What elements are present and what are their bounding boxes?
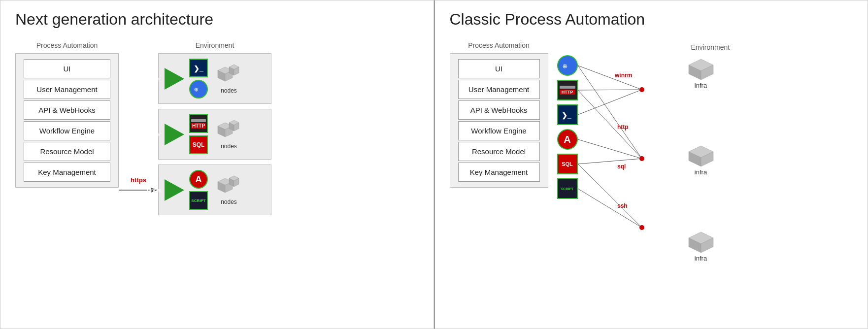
svg-point-38 — [639, 156, 644, 161]
infra1: infra — [686, 55, 716, 89]
left-env-label: Environment — [158, 41, 271, 49]
connection-lines: winrm http sql ssh — [578, 55, 686, 262]
nodes1-icon — [215, 63, 242, 85]
infra3: infra — [686, 228, 716, 262]
powershell-icon: ❯_ — [189, 59, 208, 77]
script-icon1: SCRIPT — [189, 191, 208, 210]
right-env-label: Environment — [691, 43, 730, 51]
infra1-label: infra — [695, 82, 707, 89]
right-pa-item-api: API & WebHooks — [458, 100, 540, 120]
right-panel: Classic Process Automation Process Autom… — [434, 0, 868, 329]
http-icon1: HTTP — [189, 114, 208, 133]
svg-line-33 — [578, 139, 642, 159]
left-pa-label: Process Automation — [36, 41, 98, 49]
http-icon-right: HTTP — [557, 80, 578, 100]
runner3-label: runner — [147, 188, 161, 193]
ansible-icon-right: A — [557, 129, 578, 150]
nodes1-label: nodes — [221, 87, 237, 94]
svg-line-32 — [578, 90, 642, 115]
left-panel: Next generation architecture Process Aut… — [0, 0, 434, 329]
svg-text:❯_: ❯_ — [562, 111, 571, 120]
right-pa-item-workflow: Workflow Engine — [458, 121, 540, 140]
right-pa-label: Process Automation — [468, 41, 530, 49]
svg-line-36 — [578, 189, 642, 228]
svg-text:http: http — [617, 124, 629, 131]
right-pa-item-key: Key Management — [458, 163, 540, 182]
right-pa-item-ui: UI — [458, 59, 540, 78]
svg-line-30 — [578, 90, 642, 90]
infra3-label: infra — [695, 255, 707, 262]
right-title: Classic Process Automation — [450, 10, 853, 29]
powershell-icon-right: ❯_ — [557, 104, 578, 125]
pa-item-usermgmt: User Management — [24, 80, 110, 99]
sql-icon1: SQL — [189, 135, 208, 154]
infra2: infra — [686, 142, 716, 176]
nodes2-label: nodes — [221, 143, 237, 150]
right-pa-item-usermgmt: User Management — [458, 80, 540, 99]
runner1-label: runner — [147, 76, 161, 81]
svg-text:ssh: ssh — [617, 202, 628, 209]
svg-text:⎈: ⎈ — [563, 62, 568, 70]
nodes3-label: nodes — [221, 198, 237, 205]
nodes3-icon — [215, 174, 242, 197]
svg-line-35 — [578, 164, 642, 228]
https-label: https — [131, 176, 146, 184]
svg-point-37 — [639, 87, 644, 92]
sql-icon-right: SQL — [557, 154, 578, 174]
script-icon-right: SCRIPT — [557, 178, 578, 199]
pa-item-key: Key Management — [24, 163, 110, 182]
left-title: Next generation architecture — [15, 10, 419, 29]
kubernetes-icon1: ⎈ — [189, 80, 208, 99]
pa-item-workflow: Workflow Engine — [24, 121, 110, 140]
svg-text:winrm: winrm — [614, 72, 632, 79]
right-pa-item-resource: Resource Model — [458, 142, 540, 161]
nodes2-icon — [215, 119, 242, 141]
svg-line-34 — [578, 159, 642, 164]
svg-text:❯_: ❯_ — [194, 65, 203, 73]
svg-line-28 — [578, 66, 642, 90]
runner2-label: runner — [147, 132, 161, 137]
pa-item-ui: UI — [24, 59, 110, 78]
svg-line-31 — [578, 90, 642, 159]
ansible-icon1: A — [189, 170, 208, 189]
svg-line-29 — [578, 66, 642, 159]
k8s-icon-right: ⎈ — [557, 55, 578, 76]
svg-point-39 — [639, 225, 644, 230]
pa-item-api: API & WebHooks — [24, 100, 110, 120]
svg-text:sql: sql — [617, 163, 626, 170]
svg-text:⎈: ⎈ — [194, 85, 199, 93]
pa-item-resource: Resource Model — [24, 142, 110, 161]
infra2-label: infra — [695, 168, 707, 176]
